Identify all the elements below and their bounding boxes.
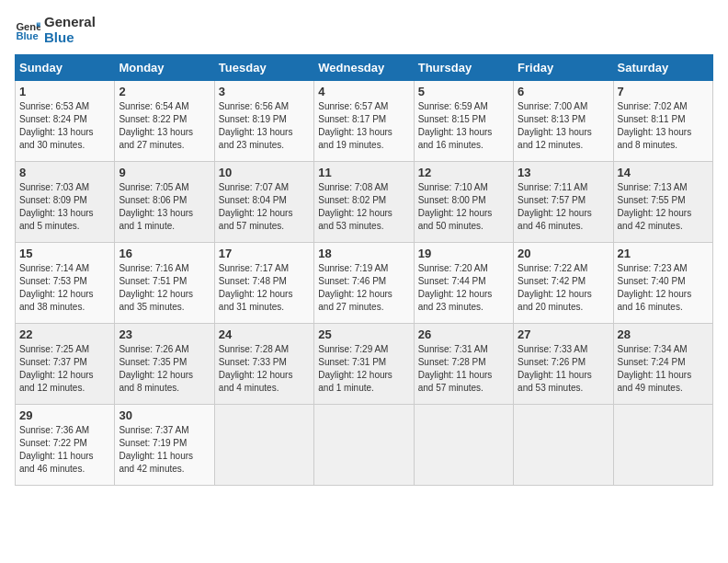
calendar-cell: 16Sunrise: 7:16 AM Sunset: 7:51 PM Dayli… (115, 243, 214, 324)
day-number: 7 (618, 85, 709, 98)
day-info: Sunrise: 7:16 AM Sunset: 7:51 PM Dayligh… (119, 262, 210, 314)
day-info: Sunrise: 7:22 AM Sunset: 7:42 PM Dayligh… (518, 262, 609, 314)
day-info: Sunrise: 6:56 AM Sunset: 8:19 PM Dayligh… (219, 100, 310, 152)
svg-text:Blue: Blue (16, 29, 38, 40)
day-info: Sunrise: 7:28 AM Sunset: 7:33 PM Dayligh… (219, 343, 310, 395)
day-number: 28 (618, 327, 709, 341)
day-number: 10 (219, 166, 310, 179)
day-info: Sunrise: 7:13 AM Sunset: 7:55 PM Dayligh… (618, 181, 709, 233)
calendar-cell: 28Sunrise: 7:34 AM Sunset: 7:24 PM Dayli… (613, 324, 712, 405)
calendar-week-4: 22Sunrise: 7:25 AM Sunset: 7:37 PM Dayli… (16, 324, 713, 405)
calendar-week-2: 8Sunrise: 7:03 AM Sunset: 8:09 PM Daylig… (16, 162, 713, 243)
day-number: 6 (518, 85, 609, 98)
calendar-cell: 23Sunrise: 7:26 AM Sunset: 7:35 PM Dayli… (115, 324, 214, 405)
day-number: 3 (219, 85, 310, 98)
calendar-cell: 1Sunrise: 6:53 AM Sunset: 8:24 PM Daylig… (16, 81, 115, 162)
day-info: Sunrise: 7:29 AM Sunset: 7:31 PM Dayligh… (318, 343, 409, 395)
calendar-cell: 3Sunrise: 6:56 AM Sunset: 8:19 PM Daylig… (214, 81, 313, 162)
day-info: Sunrise: 7:14 AM Sunset: 7:53 PM Dayligh… (19, 262, 110, 314)
day-info: Sunrise: 6:59 AM Sunset: 8:15 PM Dayligh… (418, 100, 509, 152)
day-info: Sunrise: 7:03 AM Sunset: 8:09 PM Dayligh… (19, 181, 110, 233)
day-number: 18 (318, 247, 409, 260)
day-number: 4 (318, 85, 409, 98)
day-number: 22 (19, 327, 110, 341)
day-number: 19 (418, 247, 509, 260)
day-number: 30 (119, 408, 210, 422)
day-info: Sunrise: 7:11 AM Sunset: 7:57 PM Dayligh… (518, 181, 609, 233)
day-info: Sunrise: 7:07 AM Sunset: 8:04 PM Dayligh… (219, 181, 310, 233)
calendar-table: SundayMondayTuesdayWednesdayThursdayFrid… (15, 54, 713, 486)
logo: General Blue General Blue (15, 15, 96, 45)
day-number: 25 (318, 327, 409, 341)
calendar-week-1: 1Sunrise: 6:53 AM Sunset: 8:24 PM Daylig… (16, 81, 713, 162)
day-info: Sunrise: 7:37 AM Sunset: 7:19 PM Dayligh… (119, 424, 210, 476)
calendar-cell: 12Sunrise: 7:10 AM Sunset: 8:00 PM Dayli… (414, 162, 513, 243)
logo-icon: General Blue (15, 17, 40, 43)
col-header-tuesday: Tuesday (214, 55, 313, 81)
calendar-cell: 27Sunrise: 7:33 AM Sunset: 7:26 PM Dayli… (514, 324, 613, 405)
day-number: 20 (518, 247, 609, 260)
day-number: 12 (418, 166, 509, 179)
day-info: Sunrise: 7:25 AM Sunset: 7:37 PM Dayligh… (19, 343, 110, 395)
col-header-monday: Monday (115, 55, 214, 81)
calendar-cell: 11Sunrise: 7:08 AM Sunset: 8:02 PM Dayli… (314, 162, 414, 243)
calendar-cell: 15Sunrise: 7:14 AM Sunset: 7:53 PM Dayli… (16, 243, 115, 324)
day-number: 1 (19, 85, 110, 98)
calendar-header-row: SundayMondayTuesdayWednesdayThursdayFrid… (16, 55, 713, 81)
logo-general: General (44, 15, 96, 30)
day-info: Sunrise: 7:36 AM Sunset: 7:22 PM Dayligh… (19, 424, 110, 476)
day-number: 17 (219, 247, 310, 260)
day-info: Sunrise: 7:17 AM Sunset: 7:48 PM Dayligh… (219, 262, 310, 314)
calendar-cell: 19Sunrise: 7:20 AM Sunset: 7:44 PM Dayli… (414, 243, 513, 324)
calendar-cell: 22Sunrise: 7:25 AM Sunset: 7:37 PM Dayli… (16, 324, 115, 405)
day-number: 26 (418, 327, 509, 341)
calendar-cell: 30Sunrise: 7:37 AM Sunset: 7:19 PM Dayli… (115, 405, 214, 486)
calendar-cell (214, 405, 313, 486)
day-info: Sunrise: 7:20 AM Sunset: 7:44 PM Dayligh… (418, 262, 509, 314)
calendar-cell (514, 405, 613, 486)
calendar-cell (314, 405, 414, 486)
calendar-cell: 7Sunrise: 7:02 AM Sunset: 8:11 PM Daylig… (613, 81, 712, 162)
day-number: 27 (518, 327, 609, 341)
day-number: 16 (119, 247, 210, 260)
calendar-cell (414, 405, 513, 486)
day-number: 23 (119, 327, 210, 341)
day-info: Sunrise: 7:31 AM Sunset: 7:28 PM Dayligh… (418, 343, 509, 395)
col-header-thursday: Thursday (414, 55, 513, 81)
day-number: 13 (518, 166, 609, 179)
logo-blue: Blue (44, 30, 96, 46)
day-info: Sunrise: 7:02 AM Sunset: 8:11 PM Dayligh… (618, 100, 709, 152)
day-info: Sunrise: 6:53 AM Sunset: 8:24 PM Dayligh… (19, 100, 110, 152)
day-info: Sunrise: 7:33 AM Sunset: 7:26 PM Dayligh… (518, 343, 609, 395)
day-info: Sunrise: 6:57 AM Sunset: 8:17 PM Dayligh… (318, 100, 409, 152)
day-info: Sunrise: 7:23 AM Sunset: 7:40 PM Dayligh… (618, 262, 709, 314)
calendar-cell: 6Sunrise: 7:00 AM Sunset: 8:13 PM Daylig… (514, 81, 613, 162)
calendar-week-3: 15Sunrise: 7:14 AM Sunset: 7:53 PM Dayli… (16, 243, 713, 324)
calendar-week-5: 29Sunrise: 7:36 AM Sunset: 7:22 PM Dayli… (16, 405, 713, 486)
day-number: 21 (618, 247, 709, 260)
day-info: Sunrise: 7:19 AM Sunset: 7:46 PM Dayligh… (318, 262, 409, 314)
calendar-cell: 8Sunrise: 7:03 AM Sunset: 8:09 PM Daylig… (16, 162, 115, 243)
col-header-sunday: Sunday (16, 55, 115, 81)
day-info: Sunrise: 7:34 AM Sunset: 7:24 PM Dayligh… (618, 343, 709, 395)
day-info: Sunrise: 7:00 AM Sunset: 8:13 PM Dayligh… (518, 100, 609, 152)
day-number: 24 (219, 327, 310, 341)
calendar-cell: 24Sunrise: 7:28 AM Sunset: 7:33 PM Dayli… (214, 324, 313, 405)
calendar-cell: 14Sunrise: 7:13 AM Sunset: 7:55 PM Dayli… (613, 162, 712, 243)
calendar-cell: 10Sunrise: 7:07 AM Sunset: 8:04 PM Dayli… (214, 162, 313, 243)
col-header-saturday: Saturday (613, 55, 712, 81)
col-header-wednesday: Wednesday (314, 55, 414, 81)
calendar-cell: 29Sunrise: 7:36 AM Sunset: 7:22 PM Dayli… (16, 405, 115, 486)
calendar-cell: 21Sunrise: 7:23 AM Sunset: 7:40 PM Dayli… (613, 243, 712, 324)
day-number: 2 (119, 85, 210, 98)
day-number: 8 (19, 166, 110, 179)
day-number: 14 (618, 166, 709, 179)
page-header: General Blue General Blue (15, 15, 713, 45)
day-info: Sunrise: 7:26 AM Sunset: 7:35 PM Dayligh… (119, 343, 210, 395)
day-number: 29 (19, 408, 110, 422)
calendar-cell: 17Sunrise: 7:17 AM Sunset: 7:48 PM Dayli… (214, 243, 313, 324)
calendar-cell: 9Sunrise: 7:05 AM Sunset: 8:06 PM Daylig… (115, 162, 214, 243)
calendar-cell: 13Sunrise: 7:11 AM Sunset: 7:57 PM Dayli… (514, 162, 613, 243)
calendar-cell (613, 405, 712, 486)
calendar-cell: 20Sunrise: 7:22 AM Sunset: 7:42 PM Dayli… (514, 243, 613, 324)
